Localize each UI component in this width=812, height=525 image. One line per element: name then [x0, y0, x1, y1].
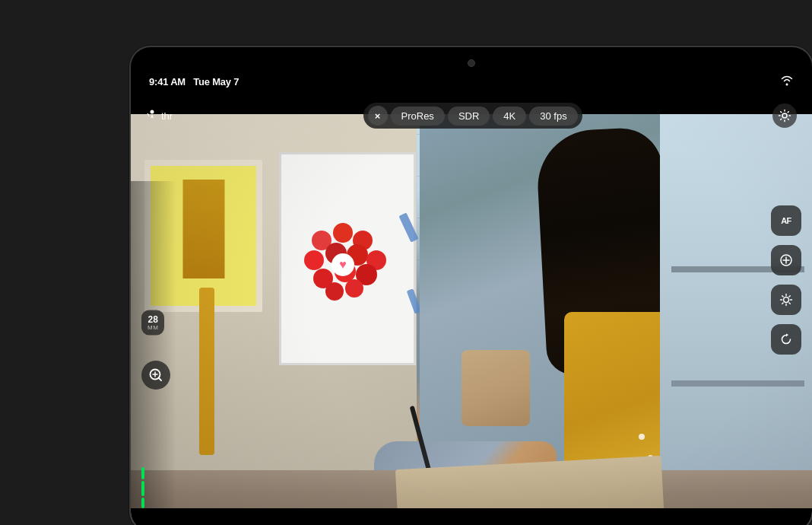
tone-button[interactable] — [771, 285, 801, 315]
status-time: 9:41 AM Tue May 7 — [149, 76, 239, 88]
focal-mm: 28 — [147, 315, 157, 324]
status-right — [780, 75, 794, 88]
exposure-button[interactable] — [771, 245, 801, 275]
sun-icon — [779, 293, 793, 307]
focal-unit: MM — [147, 324, 158, 331]
status-bar: 9:41 AM Tue May 7 — [131, 70, 812, 93]
level-bar-1 — [141, 467, 144, 479]
svg-point-0 — [151, 110, 154, 113]
svg-point-1 — [782, 113, 787, 118]
af-label: AF — [781, 216, 791, 225]
af-button[interactable]: AF — [771, 205, 801, 236]
date-display: Tue May 7 — [193, 76, 239, 88]
reset-button[interactable] — [771, 324, 801, 355]
zoom-button[interactable] — [141, 361, 170, 390]
left-controls: thr — [146, 109, 173, 123]
focal-length-badge[interactable]: 28 MM — [141, 310, 164, 336]
bottom-bar — [131, 508, 812, 525]
right-controls — [772, 103, 797, 128]
4k-pill[interactable]: 4K — [493, 107, 526, 126]
wifi-icon — [780, 75, 794, 88]
close-button[interactable]: × — [368, 106, 388, 126]
thr-label: thr — [161, 110, 173, 122]
sdr-pill[interactable]: SDR — [448, 107, 490, 126]
level-bar-2 — [141, 481, 144, 496]
top-bar: 9:41 AM Tue May 7 — [131, 47, 812, 114]
level-bar-3 — [141, 498, 144, 508]
ipad-frame: 9:41 AM Tue May 7 — [129, 46, 812, 525]
prores-pill[interactable]: ProRes — [391, 107, 445, 126]
right-side-buttons: AF — [771, 205, 801, 355]
camera-controls-bar: thr × ProRes SDR 4K 30 fps — [131, 99, 812, 132]
center-pills: × ProRes SDR 4K 30 fps — [363, 103, 582, 129]
stabilize-control[interactable]: thr — [146, 109, 173, 123]
level-indicator — [141, 467, 144, 508]
magnify-icon — [148, 368, 163, 383]
depth-blur — [131, 114, 812, 525]
settings-button[interactable] — [772, 103, 797, 128]
exposure-icon — [779, 253, 793, 267]
time-display: 9:41 AM — [149, 76, 186, 88]
left-shadow — [131, 181, 176, 508]
viewfinder: ♥ — [131, 114, 812, 525]
fps-pill[interactable]: 30 fps — [529, 107, 577, 126]
front-camera — [468, 59, 475, 67]
stabilize-icon — [146, 109, 158, 123]
reset-icon — [779, 332, 793, 346]
svg-point-4 — [784, 298, 789, 303]
